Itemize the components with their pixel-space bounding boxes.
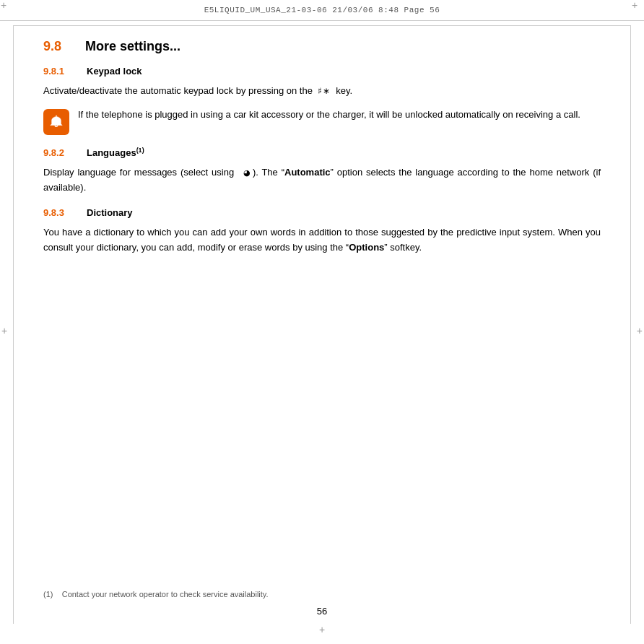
section-9-8-number: 9.8	[43, 39, 72, 54]
section-9-8-title: More settings...	[85, 39, 180, 54]
footer: (1) Contact your network operator to che…	[0, 588, 644, 617]
options-bold: Options	[349, 242, 384, 253]
page-container: E5LIQUID_UM_USA_21-03-06 21/03/06 8:48 P…	[0, 0, 644, 644]
page-number: 56	[43, 606, 601, 617]
keypad-lock-body: Activate/deactivate the automatic keypad…	[43, 84, 601, 99]
keypad-lock-text-prefix: Activate/deactivate the automatic keypad…	[43, 85, 313, 96]
doc-header-text: E5LIQUID_UM_USA_21-03-06 21/03/06 8:48 P…	[204, 6, 440, 14]
section-9-8-3-heading: 9.8.3 Dictionary	[43, 207, 601, 218]
note-text: If the telephone is plugged in using a c…	[78, 108, 601, 123]
footnote-ref-1: (1)	[136, 147, 144, 154]
section-9-8-2-heading: 9.8.2 Languages(1)	[43, 147, 601, 158]
keypad-lock-text-suffix: key.	[336, 85, 352, 96]
header-border	[13, 25, 631, 26]
section-9-8-1-number: 9.8.1	[43, 66, 77, 77]
dictionary-body: You have a dictionary to which you can a…	[43, 225, 601, 256]
footnote-content: Contact your network operator to check s…	[62, 590, 269, 599]
right-margin-mark: +	[637, 325, 643, 336]
nav-arrows-icon: ◕	[241, 167, 253, 179]
dictionary-body-text: You have a dictionary to which you can a…	[43, 227, 601, 253]
left-margin-mark: +	[1, 325, 7, 336]
doc-header: E5LIQUID_UM_USA_21-03-06 21/03/06 8:48 P…	[0, 0, 644, 21]
section-9-8-2-number: 9.8.2	[43, 147, 77, 158]
footnote-text: (1) Contact your network operator to che…	[43, 588, 601, 601]
dictionary-body-end: ” softkey.	[384, 242, 422, 253]
section-9-8-heading: 9.8 More settings...	[43, 39, 601, 54]
section-9-8-3-number: 9.8.3	[43, 207, 77, 218]
footnote-number: (1)	[43, 590, 53, 599]
main-content: 9.8 More settings... 9.8.1 Keypad lock A…	[0, 25, 644, 278]
section-9-8-2-title-text: Languages	[87, 147, 136, 158]
section-9-8-1-heading: 9.8.1 Keypad lock	[43, 66, 601, 77]
bell-icon	[48, 114, 64, 130]
languages-body-prefix: Display language for messages (select us…	[43, 167, 234, 178]
bottom-center-crosshair: +	[319, 624, 325, 635]
note-box: If the telephone is plugged in using a c…	[43, 108, 601, 135]
languages-body: Display language for messages (select us…	[43, 165, 601, 196]
section-9-8-2-title: Languages(1)	[87, 147, 144, 158]
section-9-8-3-title: Dictionary	[87, 207, 133, 218]
note-icon-container	[43, 109, 69, 135]
key-symbol: ♯∗	[318, 86, 331, 96]
automatic-bold: Automatic	[284, 167, 331, 178]
languages-body-mid: ). The “	[253, 167, 284, 178]
section-9-8-1-title: Keypad lock	[87, 66, 142, 77]
